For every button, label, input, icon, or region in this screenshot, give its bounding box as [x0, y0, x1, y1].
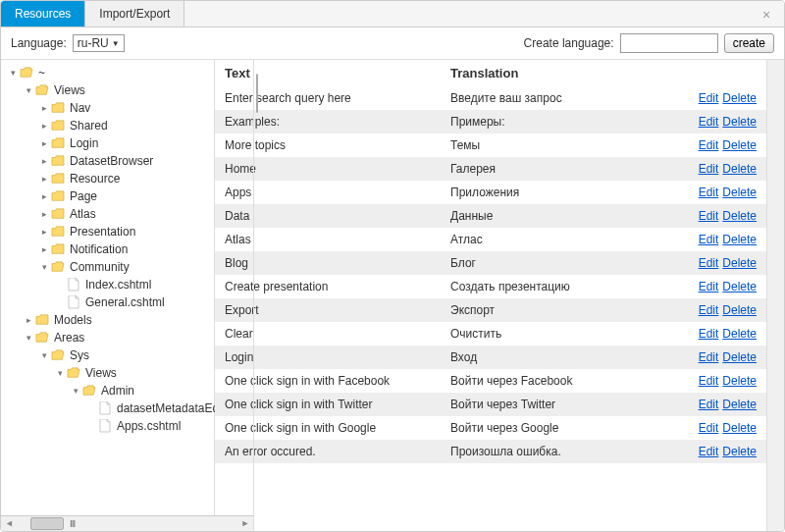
vertical-scrollbar[interactable] — [253, 60, 254, 531]
tab-import-export[interactable]: Import/Export — [85, 1, 184, 27]
cell-text: An error occured. — [225, 445, 450, 458]
delete-link[interactable]: Delete — [722, 162, 757, 176]
cell-text: More topics — [225, 138, 450, 152]
edit-link[interactable]: Edit — [699, 327, 719, 341]
cell-translation: Войти через Google — [450, 421, 678, 435]
edit-link[interactable]: Edit — [699, 303, 719, 317]
folder-closed-icon — [34, 313, 50, 327]
table-row: One click sign in with GoogleВойти через… — [215, 416, 766, 440]
cell-text: Data — [225, 209, 450, 223]
delete-link[interactable]: Delete — [722, 209, 757, 223]
cell-translation: Блог — [450, 256, 678, 270]
delete-link[interactable]: Delete — [722, 256, 757, 270]
language-value: ru-RU — [78, 36, 109, 50]
table-row: BlogБлогEditDelete — [215, 251, 766, 275]
delete-link[interactable]: Delete — [722, 350, 757, 364]
edit-link[interactable]: Edit — [699, 162, 719, 176]
cell-text: Blog — [225, 256, 450, 270]
cell-text: Login — [225, 350, 450, 364]
cell-translation: Примеры: — [450, 115, 678, 129]
cell-translation: Войти через Twitter — [450, 398, 678, 411]
cell-text: Enter search query here — [225, 91, 450, 105]
delete-link[interactable]: Delete — [722, 398, 757, 411]
delete-link[interactable]: Delete — [722, 233, 757, 246]
folder-open-icon — [66, 366, 81, 380]
cell-translation: Приложения — [450, 186, 678, 199]
delete-link[interactable]: Delete — [722, 327, 757, 341]
table-row: AtlasАтласEditDelete — [215, 228, 766, 251]
edit-link[interactable]: Edit — [699, 445, 719, 458]
folder-closed-icon — [50, 172, 66, 186]
cell-text: Export — [225, 303, 450, 317]
table-row: LoginВходEditDelete — [215, 346, 766, 369]
table-row: More topicsТемыEditDelete — [215, 133, 766, 157]
edit-link[interactable]: Edit — [699, 350, 719, 364]
folder-open-icon — [19, 66, 34, 80]
cell-text: Create presentation — [225, 280, 450, 293]
file-icon — [66, 278, 81, 292]
cell-text: Clear — [225, 327, 450, 341]
horizontal-scrollbar[interactable]: ◄Ⅲ► — [1, 515, 253, 531]
delete-link[interactable]: Delete — [722, 374, 757, 388]
cell-translation: Создать презентацию — [450, 280, 678, 293]
col-translation-header: Translation — [450, 66, 678, 80]
table-row: One click sign in with TwitterВойти чере… — [215, 393, 766, 416]
folder-closed-icon — [50, 225, 66, 239]
delete-link[interactable]: Delete — [722, 280, 757, 293]
edit-link[interactable]: Edit — [699, 280, 719, 293]
create-language-input[interactable] — [620, 33, 718, 53]
table-row: Enter search query hereВведите ваш запро… — [215, 86, 766, 110]
folder-open-icon — [50, 260, 66, 274]
create-button[interactable]: create — [724, 33, 774, 53]
file-icon — [97, 401, 113, 415]
folder-open-icon — [34, 331, 50, 345]
delete-link[interactable]: Delete — [722, 421, 757, 435]
delete-link[interactable]: Delete — [722, 138, 757, 152]
delete-link[interactable]: Delete — [722, 303, 757, 317]
tab-bar: Resources Import/Export × — [1, 1, 784, 27]
cell-translation: Атлас — [450, 233, 678, 246]
create-language-label: Create language: — [524, 36, 614, 50]
table-row: One click sign in with FacebookВойти чер… — [215, 369, 766, 393]
edit-link[interactable]: Edit — [699, 233, 719, 246]
edit-link[interactable]: Edit — [699, 374, 719, 388]
table-header: Text Translation — [215, 60, 766, 86]
edit-link[interactable]: Edit — [699, 398, 719, 411]
cell-translation: Произошла ошибка. — [450, 445, 678, 458]
edit-link[interactable]: Edit — [699, 138, 719, 152]
cell-text: Home — [225, 162, 450, 176]
edit-link[interactable]: Edit — [699, 115, 719, 129]
table-row: HomeГалереяEditDelete — [215, 157, 766, 181]
folder-open-icon — [81, 384, 97, 398]
table-row: Examples:Примеры:EditDelete — [215, 110, 766, 133]
delete-link[interactable]: Delete — [722, 186, 757, 199]
cell-text: Atlas — [225, 233, 450, 246]
close-icon[interactable]: × — [762, 7, 776, 21]
language-select[interactable]: ru-RU ▼ — [73, 34, 125, 52]
delete-link[interactable]: Delete — [722, 115, 757, 129]
folder-closed-icon — [50, 207, 66, 221]
cell-text: One click sign in with Facebook — [225, 374, 450, 388]
tab-resources[interactable]: Resources — [1, 1, 85, 27]
edit-link[interactable]: Edit — [699, 186, 719, 199]
vertical-scrollbar[interactable] — [766, 60, 784, 531]
cell-text: One click sign in with Google — [225, 421, 450, 435]
delete-link[interactable]: Delete — [722, 91, 757, 105]
folder-open-icon — [34, 83, 50, 97]
edit-link[interactable]: Edit — [699, 209, 719, 223]
table-row: ExportЭкспортEditDelete — [215, 298, 766, 322]
cell-text: Examples: — [225, 115, 450, 129]
folder-open-icon — [50, 348, 66, 362]
file-icon — [97, 419, 113, 433]
edit-link[interactable]: Edit — [699, 421, 719, 435]
folder-closed-icon — [50, 119, 66, 133]
language-label: Language: — [11, 36, 67, 50]
folder-closed-icon — [50, 101, 66, 115]
cell-text: Apps — [225, 186, 450, 199]
cell-translation: Экспорт — [450, 303, 678, 317]
table-row: AppsПриложенияEditDelete — [215, 181, 766, 204]
delete-link[interactable]: Delete — [722, 445, 757, 458]
cell-text: One click sign in with Twitter — [225, 398, 450, 411]
edit-link[interactable]: Edit — [699, 256, 719, 270]
edit-link[interactable]: Edit — [699, 91, 719, 105]
